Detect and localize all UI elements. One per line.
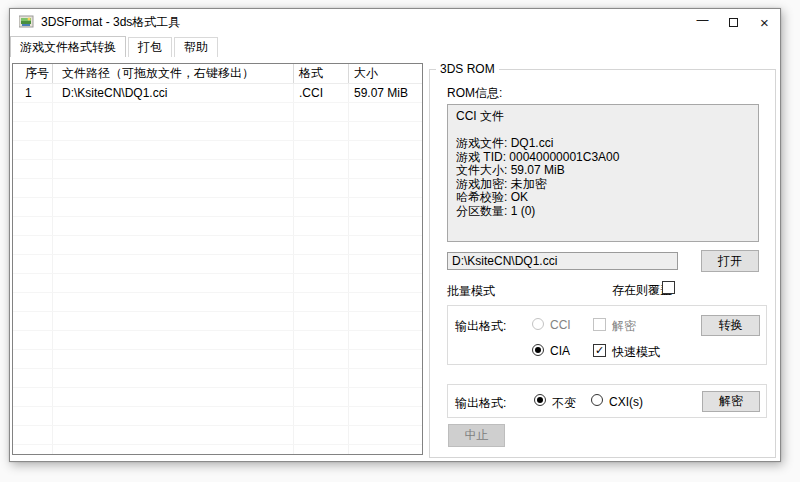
window-controls: — × xyxy=(687,9,780,35)
empty-cell xyxy=(13,179,53,197)
window-title: 3DSFormat - 3ds格式工具 xyxy=(41,14,180,31)
table-empty-row xyxy=(13,217,422,236)
empty-cell xyxy=(294,388,349,406)
decrypt-button[interactable]: 解密 xyxy=(702,391,760,412)
cxi-radio-label: CXI(s) xyxy=(609,395,643,409)
column-header-path[interactable]: 文件路径（可拖放文件，右键移出） xyxy=(53,64,294,83)
decrypt-checkbox xyxy=(593,318,606,331)
rom-info-line: 分区数量: 1 (0) xyxy=(456,205,750,219)
empty-cell xyxy=(349,407,422,425)
empty-cell xyxy=(13,426,53,444)
cxi-radio[interactable] xyxy=(591,394,603,406)
rom-info-textbox[interactable]: CCI 文件 游戏文件: DQ1.cci 游戏 TID: 00040000001… xyxy=(447,104,759,242)
table-row[interactable]: 1 D:\KsiteCN\DQ1.cci .CCI 59.07 MiB xyxy=(13,84,422,103)
rom-info-line: 游戏加密: 未加密 xyxy=(456,178,750,192)
empty-cell xyxy=(53,369,294,387)
file-list-table: 序号 文件路径（可拖放文件，右键移出） 格式 大小 1 D:\KsiteCN\D… xyxy=(12,63,423,455)
rom-info-label: ROM信息: xyxy=(447,85,502,102)
table-empty-row xyxy=(13,198,422,217)
convert-button[interactable]: 转换 xyxy=(701,315,760,336)
empty-cell xyxy=(349,255,422,273)
column-header-format[interactable]: 格式 xyxy=(294,64,349,83)
empty-cell xyxy=(294,160,349,178)
empty-cell xyxy=(349,198,422,216)
empty-cell xyxy=(13,274,53,292)
app-window: 3DSFormat - 3ds格式工具 — × 游戏文件格式转换 打包 帮助 序… xyxy=(9,8,781,462)
empty-cell xyxy=(294,236,349,254)
empty-cell xyxy=(53,312,294,330)
maximize-button[interactable] xyxy=(718,9,749,35)
empty-cell xyxy=(53,103,294,121)
empty-cell xyxy=(349,141,422,159)
file-path-input[interactable]: D:\KsiteCN\DQ1.cci xyxy=(447,252,678,270)
empty-cell xyxy=(53,141,294,159)
cia-radio[interactable] xyxy=(532,344,544,356)
empty-cell xyxy=(13,350,53,368)
empty-cell xyxy=(13,141,53,159)
empty-cell xyxy=(294,179,349,197)
empty-cell xyxy=(53,274,294,292)
overwrite-if-exists-checkbox[interactable] xyxy=(662,281,675,294)
empty-cell xyxy=(13,255,53,273)
empty-cell xyxy=(13,331,53,349)
empty-cell xyxy=(294,407,349,425)
empty-cell xyxy=(294,103,349,121)
column-header-index[interactable]: 序号 xyxy=(13,64,53,83)
empty-cell xyxy=(294,122,349,140)
title-bar[interactable]: 3DSFormat - 3ds格式工具 — × xyxy=(10,9,780,35)
empty-cell xyxy=(13,293,53,311)
empty-cell xyxy=(349,388,422,406)
empty-cell xyxy=(349,179,422,197)
empty-cell xyxy=(294,350,349,368)
tab-help[interactable]: 帮助 xyxy=(174,37,218,57)
close-button[interactable]: × xyxy=(749,9,780,35)
empty-cell xyxy=(349,369,422,387)
empty-cell xyxy=(349,426,422,444)
empty-cell xyxy=(53,198,294,216)
rom-info-line: 游戏文件: DQ1.cci xyxy=(456,137,750,151)
abort-button: 中止 xyxy=(448,424,505,447)
tab-format-convert[interactable]: 游戏文件格式转换 xyxy=(10,36,126,57)
minimize-icon: — xyxy=(697,13,709,27)
empty-cell xyxy=(53,255,294,273)
empty-cell xyxy=(294,312,349,330)
cci-radio xyxy=(532,318,544,330)
open-button[interactable]: 打开 xyxy=(701,250,759,272)
empty-cell xyxy=(13,312,53,330)
empty-cell xyxy=(349,274,422,292)
cell-index: 1 xyxy=(13,84,53,102)
table-empty-row xyxy=(13,369,422,388)
unchanged-radio[interactable] xyxy=(534,394,546,406)
table-empty-row xyxy=(13,445,422,455)
tab-pack[interactable]: 打包 xyxy=(128,37,172,57)
empty-cell xyxy=(294,217,349,235)
empty-cell xyxy=(53,217,294,235)
empty-cell xyxy=(53,122,294,140)
empty-cell xyxy=(349,350,422,368)
rom-info-line: 文件大小: 59.07 MiB xyxy=(456,164,750,178)
tab-label: 帮助 xyxy=(184,39,208,56)
table-header-row: 序号 文件路径（可拖放文件，右键移出） 格式 大小 xyxy=(13,64,422,84)
empty-cell xyxy=(53,426,294,444)
empty-cell xyxy=(294,198,349,216)
empty-cell xyxy=(294,445,349,455)
empty-cell xyxy=(53,293,294,311)
column-header-size[interactable]: 大小 xyxy=(349,64,422,83)
empty-cell xyxy=(53,236,294,254)
empty-cell xyxy=(13,103,53,121)
empty-cell xyxy=(349,312,422,330)
empty-cell xyxy=(294,293,349,311)
minimize-button[interactable]: — xyxy=(687,9,718,35)
empty-cell xyxy=(53,407,294,425)
fast-mode-checkbox[interactable]: ✓ xyxy=(593,344,606,357)
empty-cell xyxy=(13,445,53,455)
app-icon xyxy=(19,15,34,29)
cell-path: D:\KsiteCN\DQ1.cci xyxy=(53,84,294,102)
table-empty-row xyxy=(13,407,422,426)
table-empty-row xyxy=(13,122,422,141)
empty-cell xyxy=(349,217,422,235)
empty-cell xyxy=(294,426,349,444)
empty-cell xyxy=(53,160,294,178)
empty-cell xyxy=(13,160,53,178)
convert-group-box: 输出格式: CCI 解密 转换 CIA ✓ 快速模式 xyxy=(447,305,767,365)
